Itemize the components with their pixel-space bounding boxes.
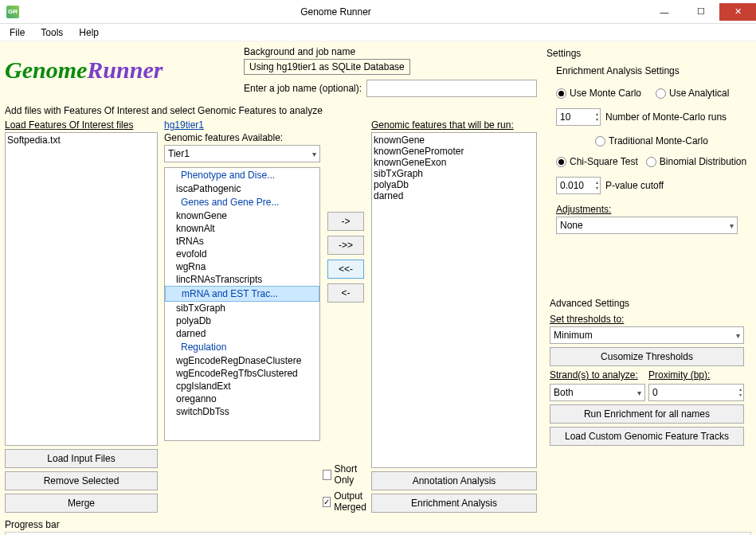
- num-runs-label: Number of Monte-Carlo runs: [605, 111, 727, 123]
- tree-item[interactable]: sibTxGraph: [165, 302, 319, 314]
- window-title: Genome Runner: [25, 6, 646, 18]
- tier-combo[interactable]: Tier1: [164, 145, 320, 162]
- short-only-label: Short Only: [335, 463, 369, 486]
- list-item[interactable]: Softpedia.txt: [7, 135, 155, 146]
- thresholds-combo[interactable]: Minimum: [550, 326, 744, 344]
- menu-tools[interactable]: Tools: [34, 25, 69, 40]
- tree-item[interactable]: wgEncodeRegDnaseClustere: [165, 354, 319, 367]
- thresholds-label: Set thresholds to:: [550, 314, 747, 325]
- binomial-radio[interactable]: [646, 157, 656, 167]
- tree-item[interactable]: evofold: [165, 248, 319, 260]
- remove-button[interactable]: <-: [327, 283, 364, 303]
- list-item[interactable]: knownGene: [374, 135, 535, 146]
- list-item[interactable]: sibTxGraph: [374, 168, 535, 179]
- tree-item[interactable]: wgRna: [165, 260, 319, 273]
- load-tracks-button[interactable]: Load Custom Genomic Feature Tracks: [550, 427, 744, 446]
- list-item[interactable]: darned: [374, 190, 535, 201]
- list-item[interactable]: knownGenePromoter: [374, 146, 535, 157]
- remove-selected-button[interactable]: Remove Selected: [5, 471, 158, 490]
- tree-item[interactable]: switchDbTss: [165, 405, 319, 418]
- tree-item[interactable]: cpgIslandExt: [165, 380, 319, 392]
- app-icon: GR: [6, 6, 19, 18]
- strand-label: Strand(s) to analyze:: [550, 369, 645, 381]
- db-status: Using hg19tier1 as SQLite Database: [244, 59, 410, 75]
- add-all-button[interactable]: ->>: [327, 236, 364, 255]
- strand-combo[interactable]: Both: [550, 384, 645, 401]
- run-enrichment-button[interactable]: Run Enrichment for all names: [550, 404, 744, 424]
- merge-button[interactable]: Merge: [5, 494, 158, 513]
- add-button[interactable]: ->: [327, 212, 364, 231]
- run-listbox[interactable]: knownGene knownGenePromoter knownGeneExo…: [371, 132, 537, 468]
- tree-group[interactable]: Regulation: [165, 340, 319, 354]
- load-input-files-button[interactable]: Load Input Files: [5, 449, 158, 468]
- tree-item[interactable]: iscaPathogenic: [165, 182, 319, 195]
- available-label: Genomic features Available:: [164, 132, 320, 143]
- list-item[interactable]: polyaDb: [374, 179, 535, 190]
- proximity-label: Proximity (bp):: [648, 369, 744, 381]
- output-merged-checkbox[interactable]: [323, 497, 331, 507]
- progress-bar: [5, 532, 751, 535]
- enrichment-analysis-button[interactable]: Enrichment Analysis: [371, 494, 537, 513]
- chi-square-radio[interactable]: [556, 157, 566, 167]
- tree-item[interactable]: knownGene: [165, 209, 319, 222]
- tree-item[interactable]: darned: [165, 327, 319, 340]
- run-label: Genomic features that will be run:: [371, 119, 537, 131]
- list-item[interactable]: knownGeneExon: [374, 157, 535, 168]
- tree-group[interactable]: Phenotype and Dise...: [165, 168, 319, 182]
- traditional-mc-radio[interactable]: [595, 136, 605, 146]
- tree-item[interactable]: oreganno: [165, 392, 319, 405]
- menu-help[interactable]: Help: [72, 25, 105, 40]
- customize-thresholds-button[interactable]: Cusomize Thresholds: [550, 347, 744, 366]
- enrichment-settings-label: Enrichment Analysis Settings: [556, 65, 747, 76]
- advanced-settings-label: Advanced Settings: [550, 298, 747, 309]
- pvalue-label: P-value cutoff: [605, 180, 664, 191]
- close-button[interactable]: ✕: [719, 3, 756, 21]
- logo: GenomeRunner: [2, 43, 237, 97]
- minimize-button[interactable]: —: [646, 3, 683, 21]
- output-merged-label: Output Merged: [334, 490, 369, 513]
- monte-carlo-radio[interactable]: [556, 88, 566, 99]
- annotation-analysis-button[interactable]: Annotation Analysis: [371, 471, 537, 490]
- foi-listbox[interactable]: Softpedia.txt: [5, 132, 158, 446]
- tree-group[interactable]: Genes and Gene Pre...: [165, 195, 319, 209]
- titlebar: GR Genome Runner — ☐ ✕: [0, 0, 756, 24]
- pvalue-spinner[interactable]: 0.010: [556, 177, 601, 194]
- maximize-button[interactable]: ☐: [683, 3, 719, 21]
- adjustments-combo[interactable]: None: [556, 217, 738, 234]
- proximity-spinner[interactable]: 0: [648, 384, 744, 401]
- tree-item[interactable]: polyaDb: [165, 314, 319, 327]
- remove-all-button[interactable]: <<-: [327, 260, 364, 279]
- tree-item[interactable]: lincRNAsTranscripts: [165, 273, 319, 286]
- analytical-radio[interactable]: [656, 88, 666, 99]
- tree-group-selected[interactable]: mRNA and EST Trac...: [165, 286, 319, 302]
- tree-item[interactable]: tRNAs: [165, 235, 319, 248]
- features-tree[interactable]: Phenotype and Dise... iscaPathogenic Gen…: [164, 167, 320, 441]
- bg-job-label: Background and job name: [244, 46, 537, 57]
- num-runs-spinner[interactable]: 10: [556, 108, 601, 126]
- menu-file[interactable]: File: [3, 25, 31, 40]
- db-link[interactable]: hg19tier1: [164, 119, 320, 131]
- adjustments-label: Adjustments:: [556, 204, 747, 215]
- tree-item[interactable]: knownAlt: [165, 222, 319, 235]
- tree-item[interactable]: wgEncodeRegTfbsClustered: [165, 367, 319, 380]
- job-name-label: Enter a job name (optional):: [244, 83, 362, 94]
- instruction-text: Add files with Features Of Interest and …: [5, 105, 537, 116]
- menubar: File Tools Help: [0, 24, 756, 41]
- foi-label: Load Features Of Interest files: [5, 119, 158, 131]
- settings-title: Settings: [546, 48, 747, 59]
- short-only-checkbox[interactable]: [323, 470, 331, 480]
- progress-label: Progress bar: [5, 519, 751, 530]
- job-name-input[interactable]: [366, 80, 537, 97]
